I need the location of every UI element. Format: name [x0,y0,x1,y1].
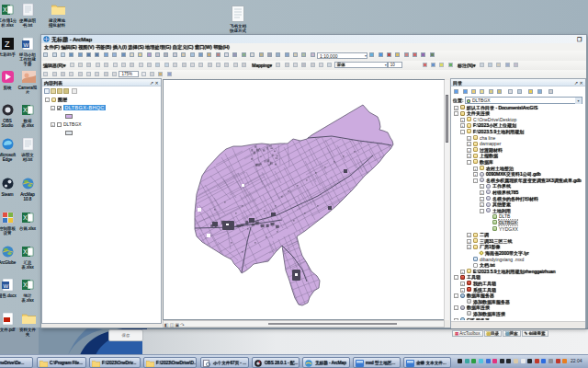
svg-text:Z: Z [5,40,10,49]
svg-text:W: W [4,283,9,289]
svg-text:X: X [23,107,28,113]
svg-text:X: X [3,6,7,13]
svg-text:W: W [24,42,29,48]
svg-text:X: X [23,248,28,255]
svg-text:X: X [23,214,28,221]
svg-text:X: X [23,282,28,288]
